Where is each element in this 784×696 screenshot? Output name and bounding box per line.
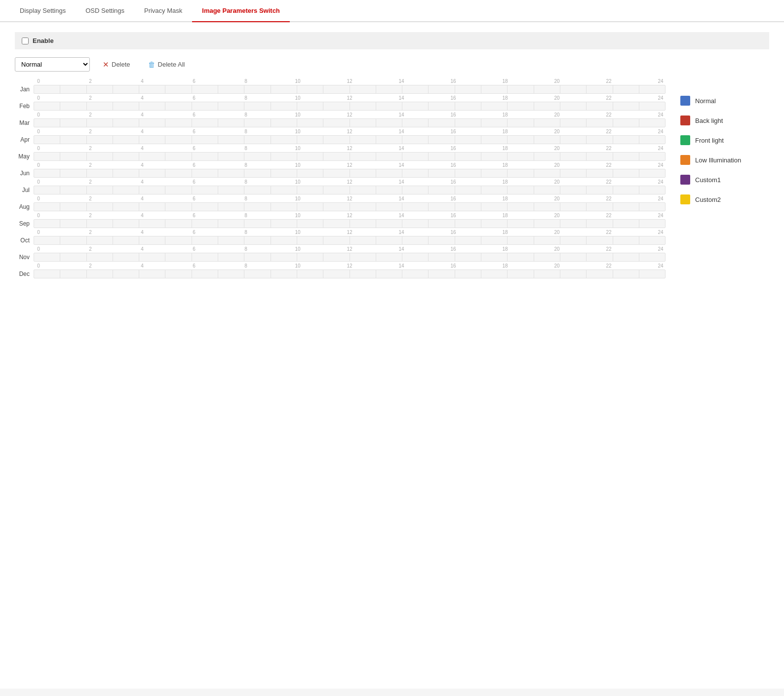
delete-button[interactable]: ✕ Delete — [98, 58, 135, 72]
legend-label-normal: Normal — [695, 97, 716, 105]
legend-color-front-light — [680, 135, 690, 145]
month-row-feb: Feb024681012141618202224 — [15, 95, 666, 111]
legend-label-custom2: Custom2 — [695, 196, 721, 203]
legend-label-back-light: Back light — [695, 117, 723, 124]
month-label-jan: Jan — [15, 86, 34, 94]
legend-item-low-illumination: Low Illumination — [680, 155, 769, 165]
month-block-nov: 024681012141618202224 — [34, 246, 666, 262]
month-row-jun: Jun024681012141618202224 — [15, 162, 666, 178]
legend-color-normal — [680, 96, 690, 106]
month-block-mar: 024681012141618202224 — [34, 112, 666, 127]
toolbar: Normal Back light Front light Low Illumi… — [15, 57, 769, 72]
month-block-sep: 024681012141618202224 — [34, 213, 666, 228]
legend-label-custom1: Custom1 — [695, 176, 721, 184]
legend-item-back-light: Back light — [680, 116, 769, 125]
tab-image-parameters-switch[interactable]: Image Parameters Switch — [192, 0, 290, 21]
calendar: Jan024681012141618202224Feb0246810121416… — [15, 78, 666, 280]
delete-label: Delete — [112, 61, 130, 68]
tab-bar: Display Settings OSD Settings Privacy Ma… — [0, 0, 784, 22]
month-row-nov: Nov024681012141618202224 — [15, 246, 666, 262]
month-track-jun[interactable] — [34, 169, 666, 178]
month-track-sep[interactable] — [34, 219, 666, 228]
enable-row: Enable — [15, 32, 769, 49]
month-block-apr: 024681012141618202224 — [34, 129, 666, 144]
mode-select[interactable]: Normal Back light Front light Low Illumi… — [15, 57, 90, 72]
enable-label: Enable — [33, 37, 54, 44]
trash-icon: 🗑 — [148, 60, 156, 69]
month-label-aug: Aug — [15, 203, 34, 211]
enable-checkbox[interactable] — [22, 38, 29, 44]
month-block-dec: 024681012141618202224 — [34, 263, 666, 278]
legend-color-custom1 — [680, 175, 690, 185]
month-row-dec: Dec024681012141618202224 — [15, 263, 666, 278]
main-content: Enable Normal Back light Front light Low… — [0, 22, 784, 689]
month-row-sep: Sep024681012141618202224 — [15, 213, 666, 228]
month-label-jul: Jul — [15, 187, 34, 194]
month-track-oct[interactable] — [34, 236, 666, 245]
month-label-oct: Oct — [15, 237, 34, 245]
month-row-oct: Oct024681012141618202224 — [15, 230, 666, 245]
month-block-may: 024681012141618202224 — [34, 146, 666, 161]
month-track-may[interactable] — [34, 152, 666, 161]
month-row-apr: Apr024681012141618202224 — [15, 129, 666, 144]
tab-privacy-mask[interactable]: Privacy Mask — [134, 0, 192, 21]
month-track-mar[interactable] — [34, 118, 666, 127]
month-track-dec[interactable] — [34, 270, 666, 278]
month-row-aug: Aug024681012141618202224 — [15, 196, 666, 211]
month-block-jun: 024681012141618202224 — [34, 162, 666, 178]
tab-osd-settings[interactable]: OSD Settings — [76, 0, 134, 21]
month-label-mar: Mar — [15, 119, 34, 127]
legend-item-normal: Normal — [680, 96, 769, 106]
legend-item-front-light: Front light — [680, 135, 769, 145]
month-row-jul: Jul024681012141618202224 — [15, 179, 666, 194]
delete-icon: ✕ — [103, 60, 109, 69]
legend-item-custom2: Custom2 — [680, 194, 769, 204]
month-row-mar: Mar024681012141618202224 — [15, 112, 666, 127]
month-track-apr[interactable] — [34, 135, 666, 144]
month-track-feb[interactable] — [34, 102, 666, 111]
month-track-nov[interactable] — [34, 253, 666, 262]
month-label-apr: Apr — [15, 136, 34, 144]
month-label-sep: Sep — [15, 220, 34, 228]
month-label-nov: Nov — [15, 254, 34, 262]
legend-color-back-light — [680, 116, 690, 125]
month-label-may: May — [15, 153, 34, 161]
month-track-jan[interactable] — [34, 85, 666, 94]
delete-all-button[interactable]: 🗑 Delete All — [143, 58, 190, 71]
delete-all-label: Delete All — [158, 61, 185, 68]
month-track-aug[interactable] — [34, 202, 666, 211]
month-label-dec: Dec — [15, 271, 34, 278]
month-block-aug: 024681012141618202224 — [34, 196, 666, 211]
month-block-oct: 024681012141618202224 — [34, 230, 666, 245]
legend-color-low-illumination — [680, 155, 690, 165]
legend-item-custom1: Custom1 — [680, 175, 769, 185]
month-block-jan: 024681012141618202224 — [34, 78, 666, 94]
month-label-jun: Jun — [15, 170, 34, 178]
month-label-feb: Feb — [15, 103, 34, 111]
month-block-feb: 024681012141618202224 — [34, 95, 666, 111]
legend-label-front-light: Front light — [695, 137, 724, 144]
legend-label-low-illumination: Low Illumination — [695, 156, 741, 164]
legend: NormalBack lightFront lightLow Illuminat… — [680, 78, 769, 280]
month-track-jul[interactable] — [34, 186, 666, 194]
month-row-may: May024681012141618202224 — [15, 146, 666, 161]
tab-display-settings[interactable]: Display Settings — [10, 0, 76, 21]
content-area: Jan024681012141618202224Feb0246810121416… — [15, 78, 769, 280]
legend-color-custom2 — [680, 194, 690, 204]
month-row-jan: Jan024681012141618202224 — [15, 78, 666, 94]
month-block-jul: 024681012141618202224 — [34, 179, 666, 194]
